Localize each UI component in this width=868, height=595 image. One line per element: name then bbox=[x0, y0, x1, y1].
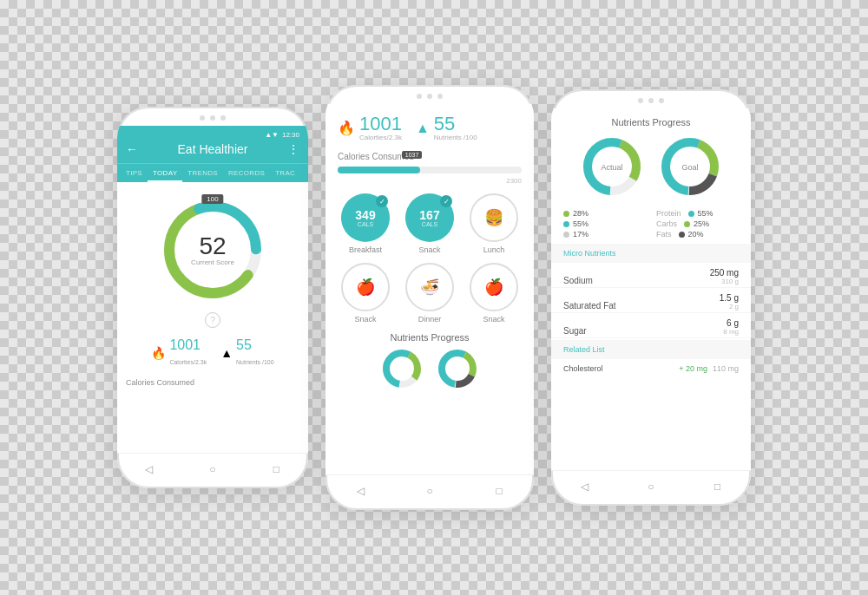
fats-dot-goal bbox=[679, 232, 685, 238]
legend-carbs-actual: 55% bbox=[563, 219, 646, 228]
tab-records[interactable]: RECORDS bbox=[223, 164, 270, 182]
protein-dot-actual bbox=[563, 211, 569, 217]
svg-text:Goal: Goal bbox=[681, 163, 698, 172]
score-ring: 100 52 Current Score bbox=[161, 198, 265, 302]
nutrients-title: Nutrients Progress bbox=[338, 332, 522, 343]
tab-today[interactable]: TODAY bbox=[148, 164, 182, 182]
home-nav[interactable]: ○ bbox=[204, 461, 221, 478]
snack1-bubble: ✓ 167 CALS bbox=[405, 193, 454, 242]
calories-section-title: Calories Consumed bbox=[338, 152, 522, 161]
back-nav-3[interactable]: ◁ bbox=[575, 478, 593, 495]
wifi-icon: ▲▼ bbox=[265, 131, 279, 139]
tab-trends[interactable]: TRENDS bbox=[182, 164, 223, 182]
breakfast-bubble: ✓ 349 CALS bbox=[341, 193, 390, 242]
sugar-values: 6 g 8 mg bbox=[723, 318, 739, 336]
tab-tips[interactable]: TIPS bbox=[121, 164, 148, 182]
home-nav-3[interactable]: ○ bbox=[642, 478, 660, 495]
dot bbox=[417, 94, 422, 99]
score-sublabel: Current Score bbox=[191, 258, 234, 266]
p2-donut-row bbox=[338, 348, 522, 389]
dot bbox=[437, 94, 443, 99]
p2-calories-num: 1001 bbox=[359, 113, 402, 134]
phone-nav-1: ◁ ○ □ bbox=[117, 453, 308, 488]
sodium-values: 250 mg 310 g bbox=[710, 268, 739, 285]
cholesterol-label: Cholesterol bbox=[563, 364, 603, 373]
status-bar: ▲▼ 12:30 bbox=[126, 131, 299, 139]
dot bbox=[427, 94, 432, 99]
meal-breakfast[interactable]: ✓ 349 CALS Breakfast bbox=[338, 193, 393, 254]
meal-grid: ✓ 349 CALS Breakfast ✓ 167 CALS Sn bbox=[338, 193, 522, 324]
nutrients-text: 55 Nutrients /100 bbox=[236, 338, 274, 368]
back-nav-2[interactable]: ◁ bbox=[352, 482, 369, 500]
meal-lunch[interactable]: 🍔 Lunch bbox=[466, 193, 522, 254]
snack1-label: CALS bbox=[422, 221, 437, 227]
time-display: 12:30 bbox=[282, 131, 299, 139]
nutrients-stat: ▲ 55 Nutrients /100 bbox=[220, 338, 273, 368]
snack2-name: Snack bbox=[354, 315, 376, 324]
breakfast-check: ✓ bbox=[376, 195, 388, 207]
dinner-icon: 🍜 bbox=[420, 278, 439, 297]
carbs-pct-goal: 25% bbox=[694, 219, 714, 228]
calories-bar-section: Calories Consumed 1037 2300 bbox=[338, 152, 522, 185]
breakfast-label: CALS bbox=[358, 221, 373, 227]
nutrients-value: 55 bbox=[236, 338, 274, 352]
fats-label: Fats bbox=[656, 230, 672, 239]
score-number: 52 bbox=[191, 234, 234, 258]
calories-bar-fill: 1037 bbox=[338, 167, 420, 173]
score-tag: 100 bbox=[201, 194, 223, 204]
fats-pct-actual: 17% bbox=[573, 230, 594, 239]
satfat-values: 1.5 g 2 g bbox=[720, 293, 739, 311]
fats-dot-actual bbox=[563, 232, 569, 238]
carbs-dot-actual bbox=[563, 221, 569, 227]
sodium-main: 250 mg bbox=[710, 268, 739, 278]
carbs-dot-goal bbox=[684, 221, 690, 227]
home-nav-2[interactable]: ○ bbox=[421, 482, 438, 500]
snack1-cals: 167 bbox=[419, 209, 439, 221]
protein-dot-goal-wrap bbox=[688, 209, 694, 218]
main-content: 100 52 Current Score ? 🔥 bbox=[117, 182, 308, 453]
help-button[interactable]: ? bbox=[205, 312, 220, 328]
legend-fats-actual: 17% bbox=[563, 230, 646, 239]
meal-dinner[interactable]: 🍜 Dinner bbox=[402, 263, 457, 324]
menu-button[interactable]: ⋮ bbox=[287, 142, 299, 156]
phone-2-screen: 🔥 1001 Calorties/2.3k ▲ 55 Nutrients /10… bbox=[326, 104, 534, 474]
snack2-icon: 🍎 bbox=[356, 278, 375, 297]
satfat-label: Saturated Fat bbox=[563, 301, 616, 311]
goal-donut: Goal bbox=[660, 136, 720, 197]
snack2-bubble: 🍎 bbox=[341, 263, 390, 311]
phone-3: Nutrients Progress Actual bbox=[551, 89, 751, 506]
meal-snack-2[interactable]: 🍎 Snack bbox=[338, 263, 393, 324]
p3-header: Nutrients Progress bbox=[551, 108, 751, 136]
legend-protein-goal: Protein 55% bbox=[656, 209, 739, 218]
sodium-sub: 310 g bbox=[710, 278, 739, 285]
app-header: ▲▼ 12:30 ← Eat Healthier ⋮ bbox=[117, 126, 308, 163]
phone-2-main: 🔥 1001 Calorties/2.3k ▲ 55 Nutrients /10… bbox=[326, 104, 534, 474]
calories-stat: 🔥 1001 Calorties/2.3k bbox=[151, 338, 207, 368]
recent-nav-3[interactable]: □ bbox=[709, 478, 727, 495]
tab-track[interactable]: TRAC bbox=[270, 164, 300, 182]
sugar-label: Sugar bbox=[563, 326, 587, 336]
back-nav[interactable]: ◁ bbox=[141, 461, 158, 478]
cholesterol-values: + 20 mg 110 mg bbox=[679, 364, 739, 373]
phone-3-screen: Nutrients Progress Actual bbox=[551, 108, 751, 470]
recent-nav[interactable]: □ bbox=[267, 461, 285, 478]
meal-snack-3[interactable]: 🍎 Snack bbox=[466, 263, 522, 324]
recent-nav-2[interactable]: □ bbox=[490, 482, 508, 500]
calories-bar-track: 1037 bbox=[338, 167, 522, 173]
goal-donut-svg: Goal bbox=[660, 136, 720, 197]
breakfast-cals: 349 bbox=[355, 209, 375, 221]
dot bbox=[210, 115, 215, 121]
lunch-name: Lunch bbox=[483, 245, 505, 254]
snack1-check: ✓ bbox=[440, 195, 452, 207]
meal-snack-1[interactable]: ✓ 167 CALS Snack bbox=[402, 193, 457, 254]
phone-2: 🔥 1001 Calorties/2.3k ▲ 55 Nutrients /10… bbox=[326, 85, 534, 510]
p2-calories-text: 1001 Calorties/2.3k bbox=[359, 114, 402, 141]
back-button[interactable]: ← bbox=[126, 142, 138, 156]
lunch-bubble: 🍔 bbox=[470, 193, 518, 242]
phone-nav-2: ◁ ○ □ bbox=[326, 474, 534, 510]
carbs-dot-goal-wrap bbox=[684, 219, 690, 228]
dot bbox=[220, 115, 226, 121]
dinner-bubble: 🍜 bbox=[405, 263, 454, 311]
p2-nutrients-num: 55 bbox=[434, 113, 455, 134]
p2-calories-stat: 🔥 1001 Calorties/2.3k bbox=[338, 114, 402, 141]
